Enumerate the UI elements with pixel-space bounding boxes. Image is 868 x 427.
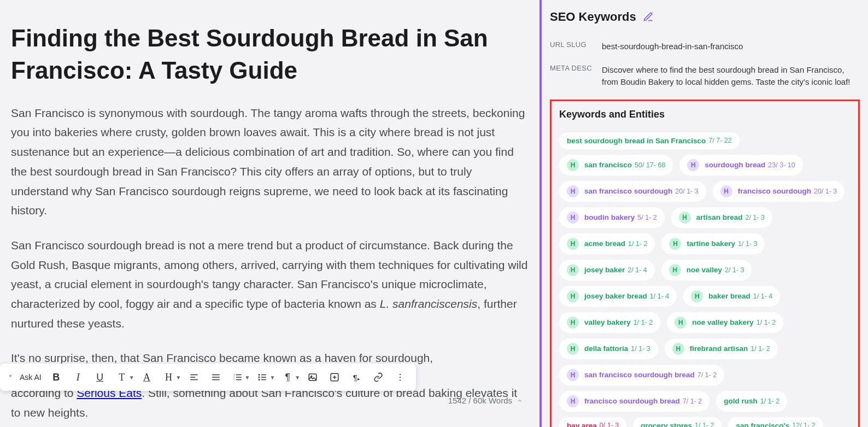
text-style-button[interactable]: T xyxy=(113,368,131,387)
keyword-pill[interactable]: Hvalley bakery1/ 1- 2 xyxy=(559,312,660,333)
chevron-down-icon[interactable]: ▼ xyxy=(245,375,250,381)
align-left-button[interactable] xyxy=(185,368,203,387)
svg-point-8 xyxy=(400,379,401,381)
heading-badge: H xyxy=(567,185,579,197)
keyword-stats: 2/ 1- 4 xyxy=(627,266,647,274)
species-name: L. sanfranciscensis xyxy=(380,297,478,310)
keyword-pill[interactable]: grocery stores1/ 1- 2 xyxy=(633,417,722,428)
editor-toolbar: Ask AI B I U T ▼ A H ▼ ▼ ▼ ¶ ▼ ¶▸ xyxy=(0,364,416,391)
link-button[interactable] xyxy=(369,368,388,387)
keyword-pill[interactable]: Hboudin bakery5/ 1- 2 xyxy=(559,207,665,228)
numbered-list-button[interactable] xyxy=(228,368,247,387)
keyword-pill[interactable]: Hsan francisco sourdough bread7/ 1- 2 xyxy=(559,365,724,385)
heading-badge: H xyxy=(675,317,687,329)
keyword-pill[interactable]: bay area0/ 1- 3 xyxy=(559,417,626,428)
keyword-term: san francisco's xyxy=(736,422,789,428)
keyword-pills: best sourdough bread in San Francisco7/ … xyxy=(559,132,851,428)
keyword-pill[interactable]: Hjosey baker bread1/ 1- 4 xyxy=(559,286,677,307)
article-title[interactable]: Finding the Best Sourdough Bread in San … xyxy=(11,22,529,87)
svg-point-7 xyxy=(400,377,401,378)
chevron-down-icon[interactable]: ▼ xyxy=(176,375,181,381)
heading-badge: H xyxy=(669,264,681,276)
keyword-stats: 1/ 1- 2 xyxy=(628,240,647,248)
keyword-stats: 1/ 1- 2 xyxy=(760,397,779,405)
seo-panel: SEO Keywords URL SLUG best-sourdough-bre… xyxy=(539,0,868,427)
keyword-term: san francisco sourdough xyxy=(584,187,672,195)
word-count[interactable]: 1542 / 60k Words xyxy=(448,396,523,405)
paragraph-2[interactable]: San Francisco sourdough bread is not a m… xyxy=(11,236,529,333)
underline-button[interactable]: U xyxy=(91,368,109,387)
keyword-pill[interactable]: Hartisan bread2/ 1- 3 xyxy=(671,207,772,228)
keyword-pill[interactable]: Hjosey baker2/ 1- 4 xyxy=(559,260,655,280)
keyword-term: bay area xyxy=(567,422,597,428)
svg-point-2 xyxy=(259,379,260,381)
keyword-stats: 7/ 7- 22 xyxy=(708,137,731,144)
keyword-pill[interactable]: Hnoe valley bakery1/ 1- 2 xyxy=(667,312,783,333)
article-body[interactable]: San Francisco is synonymous with sourdou… xyxy=(11,103,529,368)
keyword-term: acme bread xyxy=(584,239,625,248)
edit-icon[interactable] xyxy=(643,11,654,22)
chevron-down-icon[interactable]: ▼ xyxy=(269,375,275,381)
heading-badge: H xyxy=(687,159,699,171)
paragraph-direction-button[interactable]: ¶▸ xyxy=(347,368,366,387)
keyword-pill[interactable]: Hdella fattoria1/ 1- 3 xyxy=(559,338,658,359)
keyword-pill[interactable]: Hacme bread1/ 1- 2 xyxy=(559,233,655,254)
heading-badge: H xyxy=(567,159,579,171)
paragraph-1[interactable]: San Francisco is synonymous with sourdou… xyxy=(11,103,529,220)
seo-keywords-header: SEO Keywords xyxy=(550,10,860,24)
heading-badge: H xyxy=(567,395,579,407)
bullet-list-button[interactable] xyxy=(253,368,272,387)
meta-desc-row: META DESC Discover where to find the bes… xyxy=(550,64,860,89)
bold-button[interactable]: B xyxy=(47,368,66,387)
keyword-pill[interactable]: Hfrancisco sourdough bread7/ 1- 2 xyxy=(559,391,709,412)
keyword-stats: 2/ 1- 3 xyxy=(746,214,765,221)
keyword-term: tartine bakery xyxy=(687,239,735,248)
keyword-pill[interactable]: Hnoe valley2/ 1- 3 xyxy=(661,260,752,280)
keyword-term: san francisco xyxy=(584,161,632,169)
keyword-pill[interactable]: best sourdough bread in San Francisco7/ … xyxy=(559,132,740,149)
keyword-term: baker bread xyxy=(708,292,750,300)
ask-ai-button[interactable]: Ask AI xyxy=(17,368,44,387)
chevron-down-icon[interactable]: ▼ xyxy=(295,375,300,381)
keyword-term: francisco sourdough bread xyxy=(584,397,680,405)
image-button[interactable] xyxy=(303,368,322,387)
heading-badge: H xyxy=(567,238,579,250)
chevron-down-icon[interactable]: ▼ xyxy=(129,375,134,381)
more-button[interactable] xyxy=(391,368,409,387)
italic-button[interactable]: I xyxy=(69,368,87,387)
keyword-pill[interactable]: Hsan francisco sourdough20/ 1- 3 xyxy=(559,181,706,202)
keyword-stats: 1/ 1- 3 xyxy=(738,240,757,248)
keyword-pill[interactable]: Hfrancisco sourdough20/ 1- 3 xyxy=(713,181,845,202)
svg-point-0 xyxy=(259,375,260,376)
meta-desc-value[interactable]: Discover where to find the best sourdoug… xyxy=(602,64,860,89)
keyword-stats: 0/ 1- 3 xyxy=(600,422,619,427)
keyword-stats: 23/ 3- 10 xyxy=(768,161,795,169)
keyword-pill[interactable]: gold rush1/ 1- 2 xyxy=(716,391,787,412)
keyword-stats: 1/ 1- 2 xyxy=(634,319,653,326)
keyword-term: gold rush xyxy=(724,397,758,405)
keyword-pill[interactable]: Hsan francisco50/ 17- 68 xyxy=(559,155,673,176)
keyword-term: della fattoria xyxy=(584,344,628,353)
url-slug-value[interactable]: best-sourdough-bread-in-san-francisco xyxy=(602,40,860,53)
keyword-term: noe valley bakery xyxy=(692,318,754,326)
keyword-stats: 1/ 1- 4 xyxy=(650,293,669,300)
keyword-pill[interactable]: Hfirebrand artisan1/ 1- 2 xyxy=(665,338,778,359)
keyword-stats: 50/ 17- 68 xyxy=(635,161,665,169)
heading-badge: H xyxy=(669,238,681,250)
keyword-pill[interactable]: Hsourdough bread23/ 3- 10 xyxy=(679,155,802,176)
chevron-up-icon[interactable] xyxy=(517,397,523,404)
paragraph-style-button[interactable]: ¶ xyxy=(278,368,297,387)
heading-button[interactable]: H xyxy=(160,368,178,387)
keyword-pill[interactable]: Htartine bakery1/ 1- 3 xyxy=(661,233,765,254)
heading-badge: H xyxy=(567,343,579,355)
insert-button[interactable] xyxy=(325,368,344,387)
keyword-term: artisan bread xyxy=(696,213,743,221)
keyword-stats: 20/ 1- 3 xyxy=(675,188,698,195)
keyword-pill[interactable]: san francisco's12/ 1- 2 xyxy=(728,417,823,428)
keyword-stats: 1/ 1- 3 xyxy=(631,345,650,353)
align-justify-button[interactable] xyxy=(207,368,225,387)
keyword-pill[interactable]: Hbaker bread1/ 1- 4 xyxy=(683,286,780,307)
keyword-stats: 7/ 1- 2 xyxy=(683,397,702,405)
keyword-stats: 1/ 1- 4 xyxy=(753,293,772,300)
font-color-button[interactable]: A xyxy=(138,368,156,387)
